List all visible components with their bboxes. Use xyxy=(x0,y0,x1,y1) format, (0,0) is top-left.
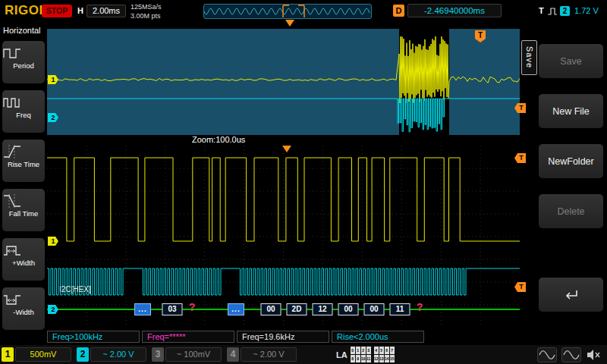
channel-status-bar: 1500mV2~ 2.00 V3~ 100mV4~ 2.00 V LA 0123… xyxy=(0,345,607,364)
measure-item-label: Fall Time xyxy=(2,209,45,218)
la-channel-d3: 3 xyxy=(366,347,371,354)
measurement-3[interactable]: Freq=19.6kHz xyxy=(237,331,329,343)
decode-byte: 00 xyxy=(338,303,359,315)
la-channel-d12: 12 xyxy=(374,355,379,362)
la-channel-grid[interactable]: 0123456789101112131415 xyxy=(351,347,395,363)
waveform-preview-bar[interactable] xyxy=(203,4,372,19)
new-folder-button[interactable]: NewFolder xyxy=(539,144,603,178)
trigger-level-value: 1.72 V xyxy=(574,6,599,15)
main-waveforms xyxy=(47,29,520,135)
decode-results: ...03?...002D12000011? xyxy=(47,146,520,328)
decode-byte: 03 xyxy=(162,303,183,315)
trigger-slope-icon xyxy=(547,7,558,16)
sine-icon xyxy=(563,350,580,360)
wave-source-icon-1[interactable] xyxy=(537,347,557,362)
measurement-1[interactable]: Freq>100kHz xyxy=(47,331,140,343)
oscilloscope-screen: RIGOL STOP H 2.00ms 125MSa/s 3.00M pts D… xyxy=(0,0,607,364)
timebase-value[interactable]: 2.00ms xyxy=(86,5,126,17)
la-label[interactable]: LA xyxy=(336,350,348,359)
save-button[interactable]: Save xyxy=(539,44,603,78)
measure-item-minus-width[interactable]: -Width xyxy=(2,287,45,330)
measure-menu-title: Horizontal xyxy=(3,26,41,35)
freq-icon xyxy=(2,95,22,110)
rigol-logo: RIGOL xyxy=(5,3,47,18)
memory-depth: 3.00M pts xyxy=(131,11,162,20)
channel-3-scale: ~ 100mV xyxy=(165,347,222,362)
measurement-2[interactable]: Freq=***** xyxy=(142,331,234,343)
button-label: NewFolder xyxy=(548,156,593,167)
measure-item-rise-time[interactable]: Rise Time xyxy=(2,140,45,182)
channel-4-scale: ~ 2.00 V xyxy=(241,347,297,362)
button-label: New File xyxy=(552,106,590,117)
decode-byte: 00 xyxy=(261,303,281,315)
period-icon xyxy=(2,46,22,61)
measure-item-label: Period xyxy=(2,61,45,70)
measure-menu: Horizontal Period Freq Rise Time xyxy=(0,23,47,345)
channel-scales: 1500mV2~ 2.00 V3~ 100mV4~ 2.00 V xyxy=(2,347,297,362)
trigger-label: T xyxy=(539,6,544,15)
la-channel-d5: 5 xyxy=(379,347,384,354)
measure-item-label: -Width xyxy=(2,308,45,316)
measure-item-label: Rise Time xyxy=(2,160,45,168)
channel-2-status[interactable]: 2~ 2.00 V xyxy=(77,347,146,362)
measurement-readouts: Freq>100kHzFreq=*****Freq=19.6kHzRise<2.… xyxy=(47,331,424,344)
measure-item-fall-time[interactable]: Fall Time xyxy=(2,189,45,231)
measure-item-freq[interactable]: Freq xyxy=(2,90,45,133)
speaker-muted-icon[interactable] xyxy=(586,349,601,361)
decode-error: ? xyxy=(415,302,424,314)
channel-4-badge: 4 xyxy=(227,347,239,362)
trigger-source-badge: 2 xyxy=(560,6,570,16)
la-channel-d13: 13 xyxy=(379,355,384,362)
fall-time-icon xyxy=(2,193,22,209)
top-status-bar: RIGOL STOP H 2.00ms 125MSa/s 3.00M pts D… xyxy=(0,0,607,23)
minus-width-icon xyxy=(2,292,22,307)
la-channel-d7: 7 xyxy=(390,347,395,354)
trigger-position-marker[interactable] xyxy=(285,20,294,27)
horizontal-label: H xyxy=(77,6,83,15)
button-label: Save xyxy=(560,56,582,67)
decode-start: ... xyxy=(228,303,244,315)
run-state-badge[interactable]: STOP xyxy=(42,5,72,17)
acquisition-info: 125MSa/s 3.00M pts xyxy=(131,2,162,20)
channel-2-badge: 2 xyxy=(77,347,89,362)
measurement-4[interactable]: Rise<2.000us xyxy=(332,331,424,343)
la-channel-d1: 1 xyxy=(356,347,360,354)
new-file-button[interactable]: New File xyxy=(539,94,603,128)
wave-source-icon-2[interactable] xyxy=(561,347,581,362)
la-channel-d9: 9 xyxy=(356,355,360,362)
decode-start: ... xyxy=(134,303,151,315)
la-channel-d10: 10 xyxy=(361,355,366,362)
decode-error: ? xyxy=(187,302,197,314)
rise-time-icon xyxy=(2,144,22,159)
channel-1-status[interactable]: 1500mV xyxy=(2,347,71,362)
main-waveform-view: 1 2 T xyxy=(47,29,520,135)
status-icons xyxy=(537,347,601,362)
delete-button[interactable]: Delete xyxy=(539,194,603,228)
measure-item-period[interactable]: Period xyxy=(2,41,45,83)
channel-4-status[interactable]: 4~ 2.00 V xyxy=(227,347,297,362)
channel-2-scale: ~ 2.00 V xyxy=(90,347,146,362)
preview-waveform-icon xyxy=(204,5,371,18)
delay-value[interactable]: -2.46940000ms xyxy=(407,4,502,17)
zoom-scale-label: Zoom:100.0us xyxy=(192,135,245,144)
measure-item-label: +Width xyxy=(2,259,45,267)
button-label: Delete xyxy=(557,206,584,217)
channel-1-scale: 500mV xyxy=(15,347,71,362)
channel-3-status[interactable]: 3~ 100mV xyxy=(152,347,222,362)
measure-item-label: Freq xyxy=(2,111,45,119)
decode-byte: 2D xyxy=(287,303,307,315)
decode-byte: 00 xyxy=(364,303,385,315)
la-channel-d6: 6 xyxy=(385,347,389,354)
measure-item-plus-width[interactable]: +Width xyxy=(2,238,45,281)
la-channel-d8: 8 xyxy=(351,355,355,362)
la-channel-d4: 4 xyxy=(374,347,379,354)
save-menu-tab[interactable]: Save xyxy=(521,40,537,75)
la-channel-d15: 15 xyxy=(390,355,395,362)
la-channel-d2: 2 xyxy=(361,347,366,354)
back-button[interactable] xyxy=(539,278,603,312)
decode-byte: 11 xyxy=(390,303,410,315)
sine-icon xyxy=(539,350,555,360)
delay-badge: D xyxy=(393,5,404,17)
plus-width-icon xyxy=(2,243,22,258)
return-arrow-icon xyxy=(562,287,580,303)
